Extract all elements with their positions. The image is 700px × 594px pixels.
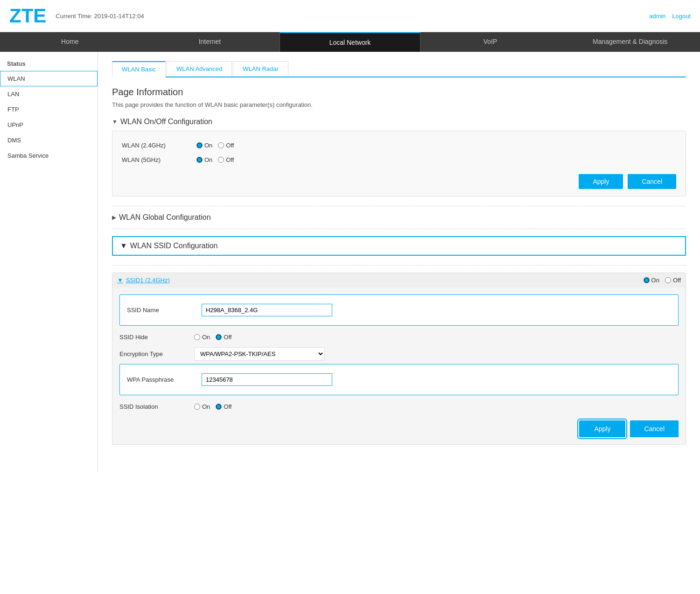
ssid-hide-on-text: On — [202, 334, 210, 341]
wlan-onoff-header[interactable]: ▼ WLAN On/Off Configuration — [112, 118, 686, 126]
separator-1 — [112, 206, 686, 206]
content-wrapper: Status WLAN LAN FTP UPnP DMS Samba Servi… — [0, 52, 700, 472]
ssid-isolation-off-text: Off — [224, 403, 231, 410]
wpa-passphrase-controls — [202, 373, 332, 386]
main-nav: Home Internet Local Network VoIP Managem… — [0, 32, 700, 52]
nav-internet[interactable]: Internet — [140, 32, 280, 52]
wpa-passphrase-label: WPA Passphrase — [127, 376, 202, 383]
ssid1-on-radio[interactable] — [644, 277, 650, 283]
sidebar-item-ftp[interactable]: FTP — [0, 102, 98, 117]
header: ZTE Current Time: 2019-01-14T12:04 admin… — [0, 0, 700, 32]
ssid1-off-radio[interactable] — [665, 277, 671, 283]
ssid-hide-controls: On Off — [194, 334, 231, 341]
encryption-controls: None WEP WPA-PSK-TKIP WPA2-PSK-AES WPA/W… — [194, 347, 325, 361]
nav-voip[interactable]: VoIP — [420, 32, 560, 52]
sidebar-item-wlan[interactable]: WLAN — [0, 71, 98, 86]
wlan-global-header[interactable]: ▶ WLAN Global Configuration — [112, 213, 686, 222]
wlan-24-row: WLAN (2.4GHz) On Off — [122, 138, 676, 153]
wlan-24-radio-group: On Off — [196, 142, 234, 149]
wlan-ssid-arrow: ▼ — [120, 242, 127, 250]
encryption-select[interactable]: None WEP WPA-PSK-TKIP WPA2-PSK-AES WPA/W… — [194, 347, 325, 361]
nav-home[interactable]: Home — [0, 32, 140, 52]
tab-wlan-radar[interactable]: WLAN Radar — [233, 61, 288, 77]
ssid1-config-box: ▼ SSID1 (2.4GHz) On Off — [112, 273, 686, 445]
page-info-title: Page Information — [112, 87, 686, 98]
ssid-isolation-label: SSID Isolation — [119, 403, 194, 410]
ssid-hide-off-label[interactable]: Off — [216, 334, 231, 341]
wlan-onoff-arrow: ▼ — [112, 119, 118, 125]
main-content: WLAN Basic WLAN Advanced WLAN Radar Page… — [98, 52, 700, 472]
wlan-24-on-radio[interactable] — [196, 142, 203, 148]
ssid-isolation-on-text: On — [202, 403, 210, 410]
tab-wlan-advanced[interactable]: WLAN Advanced — [167, 61, 232, 77]
wlan-24-off-radio[interactable] — [218, 142, 224, 148]
ssid-hide-on-radio[interactable] — [194, 334, 200, 340]
ssid1-on-text: On — [651, 277, 659, 284]
wlan-5-off-label[interactable]: Off — [218, 156, 234, 163]
wlan-5-on-text: On — [204, 156, 212, 163]
wlan-24-label: WLAN (2.4GHz) — [122, 142, 196, 149]
logout-link[interactable]: Logout — [672, 13, 691, 20]
current-time: Current Time: 2019-01-14T12:04 — [56, 13, 644, 20]
sidebar-item-dms[interactable]: DMS — [0, 133, 98, 148]
ssid-name-row: SSID Name — [119, 294, 679, 326]
page-info-desc: This page provides the function of WLAN … — [112, 101, 686, 108]
wlan-global-arrow: ▶ — [112, 214, 116, 221]
ssid-isolation-on-radio[interactable] — [194, 404, 200, 410]
ssid1-title[interactable]: ▼ SSID1 (2.4GHz) — [117, 277, 644, 284]
encryption-label: Encryption Type — [119, 350, 194, 357]
header-auth: admin Logout — [644, 13, 691, 20]
ssid1-off-label[interactable]: Off — [665, 277, 681, 284]
ssid1-off-text: Off — [673, 277, 681, 284]
wlan-5-row: WLAN (5GHz) On Off — [122, 153, 676, 167]
ssid1-cancel-button[interactable]: Cancel — [630, 420, 679, 437]
ssid-hide-on-label[interactable]: On — [194, 334, 210, 341]
tab-wlan-basic[interactable]: WLAN Basic — [112, 61, 166, 77]
sidebar: Status WLAN LAN FTP UPnP DMS Samba Servi… — [0, 52, 98, 472]
wlan-24-on-label[interactable]: On — [196, 142, 212, 149]
ssid-name-input[interactable] — [202, 304, 332, 316]
logo: ZTE — [9, 5, 46, 27]
ssid1-title-text: SSID1 (2.4GHz) — [126, 277, 170, 284]
wlan-5-on-radio[interactable] — [196, 157, 203, 163]
wlan-onoff-cancel-button[interactable]: Cancel — [628, 174, 676, 189]
nav-management[interactable]: Management & Diagnosis — [560, 32, 700, 52]
wlan-24-on-text: On — [204, 142, 212, 149]
wpa-passphrase-row: WPA Passphrase — [119, 364, 679, 395]
ssid-isolation-controls: On Off — [194, 403, 231, 410]
encryption-row: Encryption Type None WEP WPA-PSK-TKIP WP… — [119, 344, 679, 364]
wlan-ssid-title-text: WLAN SSID Configuration — [130, 242, 218, 250]
wlan-onoff-title: WLAN On/Off Configuration — [120, 118, 212, 126]
ssid-name-label: SSID Name — [127, 307, 202, 314]
wlan-onoff-box: WLAN (2.4GHz) On Off WLAN (5GHz) — [112, 131, 686, 196]
ssid1-on-label[interactable]: On — [644, 277, 659, 284]
sidebar-item-upnp[interactable]: UPnP — [0, 117, 98, 133]
wpa-passphrase-input[interactable] — [202, 373, 332, 386]
ssid-isolation-on-label[interactable]: On — [194, 403, 210, 410]
wlan-ssid-section-title: ▼ WLAN SSID Configuration — [113, 237, 685, 255]
wlan-onoff-apply-button[interactable]: Apply — [579, 174, 623, 189]
ssid-isolation-off-radio[interactable] — [216, 404, 222, 410]
wlan-24-off-label[interactable]: Off — [218, 142, 234, 149]
tabs: WLAN Basic WLAN Advanced WLAN Radar — [112, 61, 686, 77]
ssid1-apply-button[interactable]: Apply — [579, 420, 625, 437]
wlan-5-off-radio[interactable] — [218, 157, 224, 163]
ssid1-arrow: ▼ — [117, 277, 123, 284]
admin-link[interactable]: admin — [649, 13, 665, 20]
wlan-5-on-label[interactable]: On — [196, 156, 212, 163]
sidebar-item-lan[interactable]: LAN — [0, 86, 98, 102]
ssid-isolation-off-label[interactable]: Off — [216, 403, 231, 410]
sidebar-item-samba[interactable]: Samba Service — [0, 148, 98, 163]
sidebar-section-label: Status — [0, 56, 98, 71]
wlan-5-off-text: Off — [226, 156, 234, 163]
nav-local-network[interactable]: Local Network — [280, 32, 420, 52]
wlan-global-title: WLAN Global Configuration — [119, 213, 211, 222]
ssid-name-inner-row: SSID Name — [127, 300, 671, 320]
ssid-hide-off-radio[interactable] — [216, 334, 222, 340]
ssid1-header: ▼ SSID1 (2.4GHz) On Off — [112, 273, 686, 287]
separator-2 — [112, 229, 686, 229]
wlan-5-label: WLAN (5GHz) — [122, 156, 196, 163]
wlan-24-off-text: Off — [226, 142, 234, 149]
wpa-passphrase-inner-row: WPA Passphrase — [127, 370, 671, 389]
ssid-name-controls — [202, 304, 332, 316]
